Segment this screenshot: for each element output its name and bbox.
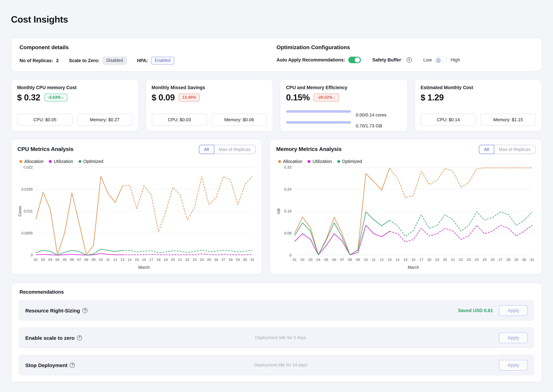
svg-text:31: 31 [250,258,254,262]
svg-text:13: 13 [388,258,392,262]
svg-text:22: 22 [185,258,189,262]
recommendation-label: Enable scale to zero [25,335,74,341]
recommendation-row-resource-right-sizing: Resource Right-Sizing ? Saved USD 0.61 A… [19,300,534,321]
svg-text:03: 03 [48,258,52,262]
legend-item: Optimized [79,159,103,164]
svg-text:15: 15 [135,258,139,262]
svg-text:16: 16 [411,258,415,262]
replicas-detail: No of Replicas:2 [20,58,59,63]
svg-text:21: 21 [451,258,455,262]
svg-text:12: 12 [113,258,117,262]
cpu-cost-box: CPU: $0.14 [421,114,476,126]
svg-text:19: 19 [164,258,168,262]
legend-dot-icon [337,160,340,163]
stat-title: Estimated Monthly Cost [421,85,536,90]
memory-chart-title: Memory Metrics Analysis [276,146,342,152]
svg-text:09: 09 [92,258,95,262]
svg-text:25: 25 [483,258,487,262]
stat-card-efficiency: CPU and Memory Efficiency 0.15% -26.02% … [280,79,408,132]
hpa-label: HPA: [137,58,148,63]
svg-text:25: 25 [207,258,211,262]
svg-text:28: 28 [506,258,510,262]
svg-text:24: 24 [200,258,204,262]
svg-text:05: 05 [324,258,328,262]
safety-buffer-toggle[interactable] [435,57,448,63]
svg-text:06: 06 [332,258,336,262]
svg-text:11: 11 [372,258,376,262]
idle-note: Deployment Idle for 3 days [255,335,306,340]
svg-text:0.0055: 0.0055 [21,231,33,235]
recommendations-title: Recommendations [20,289,534,295]
svg-text:23: 23 [467,258,471,262]
memory-metrics-card: Memory Metrics Analysis All Max of Repli… [270,139,542,274]
auto-apply-label: Auto Apply Recommendations: [276,57,345,63]
recommendations-card: Recommendations Resource Right-Sizing ? … [11,283,542,382]
help-icon[interactable]: ? [77,335,82,340]
svg-text:26: 26 [214,258,218,262]
svg-text:15: 15 [403,258,407,262]
svg-text:30: 30 [522,258,526,262]
help-icon[interactable]: ? [70,363,75,368]
stat-cards-row: Monthly CPU memory Cost $ 0.32 -3.03% ↓ … [11,79,542,132]
cpu-efficiency-label: 0.00/0.14 cores [356,112,386,118]
recommendation-row-enable-scale-to-zero: Enable scale to zero ? Deployment Idle f… [19,328,534,348]
svg-text:13: 13 [121,258,124,262]
memory-efficiency-label: 0.70/1.73 GB [356,123,382,128]
svg-text:0.16: 0.16 [284,209,292,213]
svg-text:17: 17 [419,258,423,262]
svg-text:01: 01 [34,258,38,262]
svg-text:29: 29 [236,258,240,262]
tab-max-of-replicas[interactable]: Max of Replicas [494,145,536,154]
legend-label: Allocation [283,159,302,164]
svg-text:19: 19 [435,258,439,262]
scale-to-zero-detail: Scale to Zero: Disabled [69,57,127,64]
svg-text:07: 07 [340,258,344,262]
tab-max-of-replicas[interactable]: Max of Replicas [214,145,256,154]
stat-value: $ 0.32 [17,92,40,102]
stat-card-cpu-memory-cost: Monthly CPU memory Cost $ 0.32 -3.03% ↓ … [11,79,139,132]
svg-text:07: 07 [77,258,81,262]
stat-value: 0.15% [286,92,310,102]
legend-item: Utilization [308,159,332,164]
svg-text:08: 08 [348,258,352,262]
stat-card-estimated-cost: Estimated Monthly Cost $ 1.29 CPU: $0.14… [414,79,542,132]
svg-text:March: March [138,265,150,270]
cpu-efficiency-bar-row: 0.00/0.14 cores [286,109,402,114]
component-details-section: Component details No of Replicas:2 Scale… [20,44,276,64]
recommendation-name: Stop Deployment ? [25,362,75,368]
svg-text:0.011: 0.011 [24,209,33,213]
svg-text:10: 10 [364,258,368,262]
apply-button[interactable]: Apply [499,305,528,316]
tab-all[interactable]: All [199,145,214,154]
apply-button[interactable]: Apply [499,360,528,370]
svg-text:0: 0 [31,253,33,257]
svg-text:14: 14 [128,258,132,262]
svg-text:30: 30 [243,258,247,262]
svg-text:31: 31 [530,258,534,262]
component-details-title: Component details [20,44,276,50]
svg-text:28: 28 [229,258,233,262]
svg-text:0.0165: 0.0165 [21,187,33,191]
svg-text:20: 20 [443,258,447,262]
memory-cost-box: Memory: $0.06 [211,114,267,126]
svg-text:04: 04 [56,258,60,262]
legend-dot-icon [49,160,52,163]
tab-all[interactable]: All [479,145,494,154]
apply-button[interactable]: Apply [499,332,528,343]
toggle-knob [436,58,441,63]
legend-label: Utilization [54,159,73,164]
safety-buffer-label: Safety Buffer [372,57,401,63]
svg-text:17: 17 [149,258,153,262]
svg-text:March: March [408,265,419,270]
legend-label: Allocation [24,159,43,164]
auto-apply-toggle[interactable] [348,57,361,63]
help-icon[interactable]: ? [82,308,87,313]
cpu-cost-box: CPU: $0.05 [17,114,73,126]
svg-text:18: 18 [427,258,431,262]
page-title: Cost Insights [11,14,542,25]
stat-card-missed-savings: Monthly Missed Savings $ 0.09 13.48% CPU… [145,79,273,132]
help-icon[interactable]: ? [407,57,412,63]
svg-text:26: 26 [491,258,495,262]
saved-amount: Saved USD 0.61 [458,308,493,313]
svg-text:14: 14 [395,258,400,262]
